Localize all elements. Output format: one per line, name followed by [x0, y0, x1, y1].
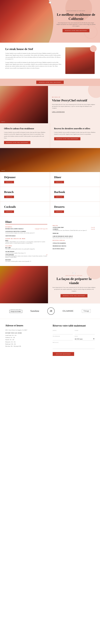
pink-strip-cta-button[interactable]: RÉSERVEZ VOTRE TABLE MAINTENANT — [36, 80, 64, 84]
salade-desc-1: con caracol crevettes, chalalle à Fruits… — [5, 252, 47, 254]
reserve-title: Réservez votre table maintenant — [53, 324, 95, 327]
form-group-date: Date — [75, 336, 95, 340]
diner-title: Dîner — [5, 220, 47, 224]
steak-text2: Lorsque Andriels vous accueille les homm… — [5, 62, 61, 69]
entry-name-2: CROUTONS BASILÉ — [5, 235, 16, 236]
address-street: 295 S. Tower Street, Los Angeles, CA, 90… — [5, 329, 47, 331]
menu-item-cocktails[interactable]: Cocktails VOIR PLUS — [0, 202, 50, 216]
menu-bg-label: Image de — [1, 170, 5, 171]
menu-bg-image: Image de — [0, 148, 100, 172]
prepare-image — [0, 266, 48, 303]
name-label: Name — [75, 330, 95, 331]
form-group-message: Message — [53, 342, 95, 350]
partners-section: BATTIS FOR THE INQUISTORS Sunshine 28 CL… — [0, 303, 100, 319]
address-hours: Lundi-Jeudi: 11h - 21h Vendredi: 11h - 2… — [5, 334, 47, 347]
gift-col: Offrez le cadeau d'un steakhouse L'artis… — [0, 123, 50, 148]
partner-inquistors-name: INQUISTORS — [9, 310, 22, 313]
menu-item-cocktails-btn[interactable]: VOIR PLUS — [4, 210, 14, 213]
menu-item-cocktails-title: Cocktails — [4, 205, 46, 208]
name-input[interactable] — [75, 332, 95, 334]
petites-0: CÔTELETTES MARINÉES — [53, 242, 95, 244]
prepare-title: La façon de préparer la viande — [52, 277, 96, 285]
address-title: Adresse et heures — [5, 324, 47, 327]
wacyu-desc-3: Beurre de herbes maison, beurre citron, … — [53, 237, 95, 239]
chef-image-label: Image de — [1, 121, 5, 122]
prepare-content: 🍽️ RENCONTRER ET RÉCHER La façon de prép… — [48, 266, 100, 303]
diner-category-salades: SALADES BIG COBB Lait crémeux, artichaut… — [5, 245, 47, 262]
salade-2: CÔTE ROMAINE 16 Lait crémeux, anchois gr… — [5, 254, 47, 258]
partner-classic-name: CLASSIC — [63, 310, 74, 312]
menu-item-desserts-btn[interactable]: VOIR PLUS — [54, 210, 64, 213]
prepare-section: 🍽️ RENCONTRER ET RÉCHER La façon de prép… — [0, 266, 100, 303]
hero-cta-button[interactable]: RÉSERVEZ VOTRE TABLE MAINTENANT — [62, 29, 90, 32]
pink-strip-1: RÉSERVEZ VOTRE TABLE MAINTENANT — [0, 78, 100, 86]
entry-name-1: COCKTAIL DE CREVETTES CLASSIQUE — [5, 231, 26, 232]
chef-interview-link[interactable]: LIRE L'ENTRETIEN — [52, 111, 65, 112]
menu-grid: Déjeuner VOIR PLUS Dîner VOIR PLUS Brunc… — [0, 172, 100, 216]
petites-label: PETITES PIÈCES — [53, 240, 95, 241]
hero-subtitle: RENCONTRER ET RÉCHER — [56, 10, 96, 12]
diner-category-label-2: COUPE DE FRUITS DE MER — [5, 238, 47, 239]
menu-item-desserts-title: Desserts — [54, 205, 96, 208]
steak-title: Le steak house de Stef — [5, 47, 61, 51]
chef-content: MICHELIN Victor PerryChef exécutif Ouver… — [48, 86, 100, 123]
petites-name-2: BACON ÉPAIX GRILLÉ — [53, 248, 64, 250]
gift-cta-button[interactable]: RÉSERVEZ VOTRE TABLE MAINTENANT — [4, 141, 30, 144]
gift-text: L'artiste Andriels vous accueille les ho… — [4, 132, 46, 139]
newsletter-title: Recevez les dernières nouvelles et offre… — [54, 127, 96, 130]
diner-category-label: ENTRÉES — [5, 226, 47, 228]
chef-description: Ouvert depuis plus de 15 ans, notre rest… — [52, 104, 96, 109]
petites-1: PREMIERS BLEU RIESTAS — [53, 244, 95, 247]
salade-0: BIG COBB Lait crémeux, artichauts grillé… — [5, 247, 47, 250]
prepare-cta-button[interactable]: RÉSERVEZ VOTRE TABLE MAINTENANT — [60, 294, 88, 298]
petites-name-0: CÔTELETTES MARINÉES — [53, 243, 66, 244]
menu-item-barbook[interactable]: Barbook VOIR PLUS — [50, 187, 100, 202]
menu-item-dejeuner[interactable]: Déjeuner VOIR PLUS — [0, 172, 50, 187]
menu-item-dejeuner-title: Déjeuner — [4, 176, 46, 179]
gift-title: Offrez le cadeau d'un steakhouse — [4, 127, 46, 130]
wacyu-0: A5 NEW YORK STRIP 3 oz | 42 — [53, 227, 95, 228]
salade-desc-2: Lait crémeux, anchois grillés, tomates c… — [5, 256, 47, 258]
petites-name-1: PREMIERS BLEU RIESTAS — [53, 246, 66, 247]
wacyu-price-1: 3 oz | 42 — [91, 229, 95, 230]
salade-price-2: 16 — [46, 254, 47, 256]
partner-vintage-name: Vintage — [82, 309, 90, 313]
wacyu-name-3: LOBE DE HOMARD DU MAINE GRILLÉ — [53, 236, 73, 237]
partner-inquistors-sub: BATTIS FOR THE — [9, 309, 22, 310]
wacyu-name-2: PRIME RIB — [53, 233, 58, 234]
email-label: Email — [53, 330, 73, 331]
hero-section: 🍽️ RENCONTRER ET RÉCHER Le meilleur stea… — [0, 0, 100, 43]
message-input[interactable] — [53, 344, 95, 349]
form-row-1: Email Name — [53, 330, 95, 334]
wacyu-2: PRIME RIB — [53, 232, 95, 234]
phone-input[interactable] — [53, 338, 73, 340]
address-hours-label: OUVERT TOUS LES JOURS — [5, 332, 47, 334]
fruits-mer-desc: 6 huîtres, 1 Homard Maine cuit, 6 crevet… — [5, 241, 47, 244]
wacyu-3: LOBE DE HOMARD DU MAINE GRILLÉ Beurre de… — [53, 235, 95, 239]
date-input[interactable] — [75, 338, 95, 340]
menu-item-barbook-title: Barbook — [54, 190, 96, 194]
partner-sunshine-name: Sunshine — [30, 310, 39, 312]
date-label: Date — [75, 336, 95, 337]
diner-right: WACYU A5 NEW YORK STRIP 3 oz | 42 A5 RIB… — [53, 220, 95, 262]
menu-item-barbook-btn[interactable]: VOIR PLUS — [54, 196, 64, 198]
form-group-email: Email — [53, 330, 73, 334]
form-group-name: Name — [75, 330, 95, 334]
menu-item-brunch-btn[interactable]: VOIR PLUS — [4, 196, 14, 198]
menu-item-diner-btn[interactable]: VOIR PLUS — [54, 181, 64, 183]
newsletter-text: L'artiste Andriels vous accueille les ho… — [54, 132, 96, 135]
submit-button[interactable]: ENVOYER MAINTENANT — [53, 352, 74, 356]
menu-item-brunch[interactable]: Brunch VOIR PLUS — [0, 187, 50, 202]
entry-desc-1: Crevettes de pêcheur indigènes bien fraî… — [5, 232, 47, 234]
menu-item-diner[interactable]: Dîner VOIR PLUS — [50, 172, 100, 187]
menu-item-desserts[interactable]: Desserts VOIR PLUS — [50, 202, 100, 216]
hero-image-label: Image de — [1, 40, 5, 42]
email-input[interactable] — [53, 332, 73, 334]
steak-left: Le steak house de Stef L'artiste Andriel… — [5, 47, 61, 74]
fruits-mer-name: HALF — [5, 240, 47, 241]
menu-item-dejeuner-btn[interactable]: VOIR PLUS — [4, 181, 14, 183]
newsletter-cta-button[interactable]: RÉSERVEZ VOTRE TABLE MAINTENANT — [54, 137, 80, 140]
hero-food-image — [0, 0, 53, 43]
bottom-section: Adresse et heures 295 S. Tower Street, L… — [0, 319, 100, 361]
menu-item-diner-title: Dîner — [54, 176, 96, 179]
